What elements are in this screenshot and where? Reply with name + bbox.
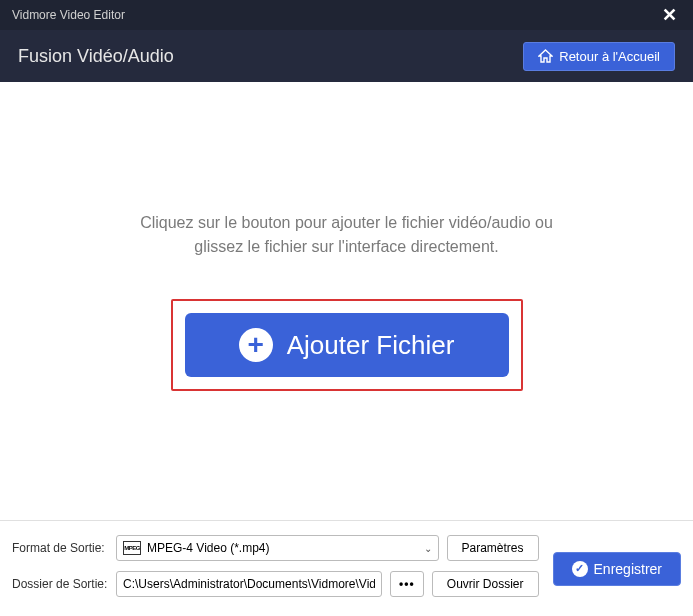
save-button-label: Enregistrer	[594, 561, 662, 577]
close-icon[interactable]: ✕	[658, 4, 681, 26]
open-folder-button[interactable]: Ouvrir Dossier	[432, 571, 539, 597]
format-row: Format de Sortie: MPEG MPEG-4 Video (*.m…	[12, 535, 539, 561]
page-title: Fusion Vidéo/Audio	[18, 46, 174, 67]
format-label: Format de Sortie:	[12, 541, 108, 555]
output-controls: Format de Sortie: MPEG MPEG-4 Video (*.m…	[12, 535, 539, 602]
browse-button[interactable]: •••	[390, 571, 424, 597]
format-value: MPEG-4 Video (*.mp4)	[147, 541, 270, 555]
add-file-button[interactable]: + Ajouter Fichier	[185, 313, 509, 377]
header-bar: Fusion Vidéo/Audio Retour à l'Accueil	[0, 30, 693, 82]
main-drop-area[interactable]: Cliquez sur le bouton pour ajouter le fi…	[0, 82, 693, 520]
titlebar: Vidmore Video Editor ✕	[0, 0, 693, 30]
plus-icon: +	[239, 328, 273, 362]
instruction-text: Cliquez sur le bouton pour ajouter le fi…	[137, 211, 557, 259]
app-name: Vidmore Video Editor	[12, 8, 125, 22]
bottom-panel: Format de Sortie: MPEG MPEG-4 Video (*.m…	[0, 520, 693, 616]
add-file-highlight-frame: + Ajouter Fichier	[171, 299, 523, 391]
folder-label: Dossier de Sortie:	[12, 577, 108, 591]
chevron-down-icon: ⌄	[424, 543, 432, 554]
check-icon: ✓	[572, 561, 588, 577]
folder-row: Dossier de Sortie: ••• Ouvrir Dossier	[12, 571, 539, 597]
mpeg-icon: MPEG	[123, 541, 141, 555]
settings-button[interactable]: Paramètres	[447, 535, 539, 561]
home-icon	[538, 49, 553, 63]
home-button[interactable]: Retour à l'Accueil	[523, 42, 675, 71]
folder-input[interactable]	[116, 571, 382, 597]
save-button[interactable]: ✓ Enregistrer	[553, 552, 681, 586]
home-button-label: Retour à l'Accueil	[559, 49, 660, 64]
format-select[interactable]: MPEG MPEG-4 Video (*.mp4) ⌄	[116, 535, 439, 561]
add-file-label: Ajouter Fichier	[287, 330, 455, 361]
